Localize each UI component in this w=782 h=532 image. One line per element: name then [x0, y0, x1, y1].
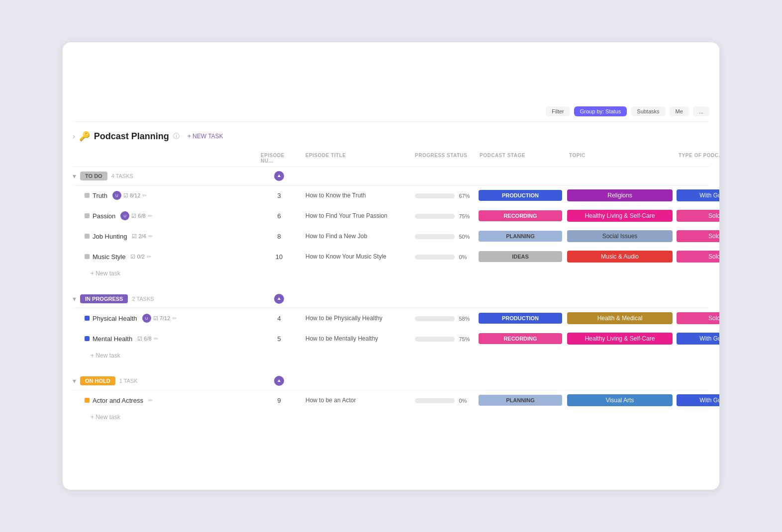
task-color-dot [85, 398, 90, 403]
task-name: Music Style [93, 253, 125, 261]
sort-ep-btn[interactable] [274, 171, 284, 181]
avatar: U [112, 191, 121, 200]
table-row[interactable]: Actor and Actress ✏ 9 How to be an Actor… [73, 390, 709, 411]
group-collapse-btn[interactable]: ▾ [73, 172, 76, 180]
progress-bar-bg [415, 398, 455, 403]
group-ep-num-header [257, 376, 301, 386]
col-episode-title: EPISODE TITLE [301, 153, 411, 164]
type-cell: Solo [675, 209, 719, 223]
topic-cell: Health & Medical [565, 311, 675, 325]
topic-badge: Healthy Living & Self-Care [567, 210, 673, 222]
groups-container: ▾ TO DO 4 TASKS Truth U ☑ 8/12 ✏ [73, 167, 709, 424]
progress-percent: 0% [459, 254, 467, 260]
stage-cell: PLANNING [476, 394, 565, 407]
episode-number: 3 [257, 192, 301, 199]
progress-cell: 0% [411, 396, 476, 405]
group-collapse-btn[interactable]: ▾ [73, 377, 76, 385]
stage-badge: RECORDING [479, 210, 562, 221]
episode-number: 4 [257, 315, 301, 322]
project-collapse-btn[interactable]: › [73, 132, 75, 140]
progress-percent: 67% [459, 193, 470, 199]
me-button[interactable]: Me [670, 106, 689, 116]
project-icon: 🔑 [79, 131, 90, 142]
task-meta: ☑ 6/8 ✏ [137, 336, 158, 342]
project-header: › 🔑 Podcast Planning ⓘ + NEW TASK [73, 127, 709, 150]
progress-cell: 75% [411, 334, 476, 343]
progress-bar-bg [415, 337, 455, 342]
new-task-button[interactable]: + NEW TASK [184, 132, 227, 141]
episode-title: How to be Physically Healthy [301, 315, 411, 322]
table-row[interactable]: Truth U ☑ 8/12 ✏ 3 How to Know the Truth… [73, 185, 709, 206]
more-button[interactable]: ... [693, 106, 709, 116]
episode-title: How to Know the Truth [301, 192, 411, 199]
progress-percent: 75% [459, 336, 470, 342]
stage-cell: PRODUCTION [476, 312, 565, 325]
edit-icon[interactable]: ✏ [147, 254, 151, 260]
task-meta: ☑ 0/2 ✏ [130, 254, 151, 260]
new-task-row[interactable]: + New task [73, 267, 709, 280]
topic-cell: Healthy Living & Self-Care [565, 209, 675, 223]
type-cell: Solo [675, 311, 719, 325]
stage-cell: PLANNING [476, 230, 565, 243]
project-info-icon[interactable]: ⓘ [173, 132, 180, 141]
sort-ep-btn[interactable] [274, 376, 284, 386]
group-header-onhold: ▾ ON HOLD 1 TASK [73, 372, 709, 390]
group-by-button[interactable]: Group by: Status [574, 106, 627, 116]
type-cell: With Guest [675, 332, 719, 346]
edit-icon[interactable]: ✏ [172, 315, 177, 322]
table-row[interactable]: Job Hunting ☑ 2/4 ✏ 8 How to Find a New … [73, 226, 709, 247]
task-color-dot [85, 254, 90, 259]
edit-icon[interactable]: ✏ [142, 192, 147, 199]
column-headers: EPISODE NU... EPISODE TITLE PROGRESS STA… [73, 150, 709, 167]
table-row[interactable]: Physical Health U ☑ 7/12 ✏ 4 How to be P… [73, 308, 709, 329]
edit-icon[interactable]: ✏ [148, 397, 153, 404]
type-cell: With Guest [675, 393, 719, 407]
table-row[interactable]: Music Style ☑ 0/2 ✏ 10 How to Know Your … [73, 247, 709, 267]
project-title: Podcast Planning [94, 131, 169, 142]
episode-title: How to Find Your True Passion [301, 212, 411, 219]
table-row[interactable]: Passion U ☑ 6/8 ✏ 6 How to Find Your Tru… [73, 206, 709, 226]
avatar: U [120, 211, 129, 220]
task-name-cell: Physical Health U ☑ 7/12 ✏ [73, 314, 257, 323]
subtasks-button[interactable]: Subtasks [631, 106, 665, 116]
progress-cell: 0% [411, 252, 476, 261]
group-collapse-btn[interactable]: ▾ [73, 295, 76, 303]
group-onhold: ▾ ON HOLD 1 TASK Actor and Actress ✏ [73, 372, 709, 424]
episode-number: 5 [257, 335, 301, 343]
task-color-dot [85, 336, 90, 341]
task-name-cell: Music Style ☑ 0/2 ✏ [73, 253, 257, 261]
task-name-cell: Passion U ☑ 6/8 ✏ [73, 211, 257, 220]
new-task-row[interactable]: + New task [73, 411, 709, 424]
topic-cell: Social Issues [565, 229, 675, 243]
episode-number: 8 [257, 233, 301, 240]
filter-button[interactable]: Filter [546, 106, 570, 116]
group-inprogress: ▾ IN PROGRESS 2 TASKS Physical Health U … [73, 290, 709, 362]
episode-number: 10 [257, 253, 301, 261]
episode-title: How to be Mentally Healthy [301, 335, 411, 342]
task-color-dot [85, 234, 90, 239]
stage-cell: RECORDING [476, 209, 565, 222]
edit-icon[interactable]: ✏ [148, 233, 153, 240]
edit-icon[interactable]: ✏ [148, 213, 152, 219]
task-name-cell: Mental Health ☑ 6/8 ✏ [73, 335, 257, 343]
task-name-cell: Job Hunting ☑ 2/4 ✏ [73, 233, 257, 240]
sort-ep-btn[interactable] [274, 294, 284, 304]
type-badge: Solo [677, 312, 719, 324]
table-row[interactable]: Mental Health ☑ 6/8 ✏ 5 How to be Mental… [73, 329, 709, 349]
progress-percent: 75% [459, 213, 470, 219]
stage-badge: PRODUCTION [479, 313, 562, 324]
stage-badge: PLANNING [479, 231, 562, 242]
avatar: U [142, 314, 151, 323]
col-progress: PROGRESS STATUS [411, 153, 476, 164]
group-count: 2 TASKS [132, 296, 154, 302]
col-episode-num: EPISODE NU... [257, 153, 301, 164]
col-name [73, 153, 257, 164]
topic-cell: Visual Arts [565, 393, 675, 407]
type-badge: With Guest [677, 394, 719, 406]
episode-title: How to be an Actor [301, 397, 411, 404]
edit-icon[interactable]: ✏ [154, 336, 158, 342]
new-task-row[interactable]: + New task [73, 349, 709, 362]
task-color-dot [85, 193, 90, 198]
group-count: 1 TASK [119, 378, 138, 384]
topic-badge: Visual Arts [567, 394, 673, 406]
